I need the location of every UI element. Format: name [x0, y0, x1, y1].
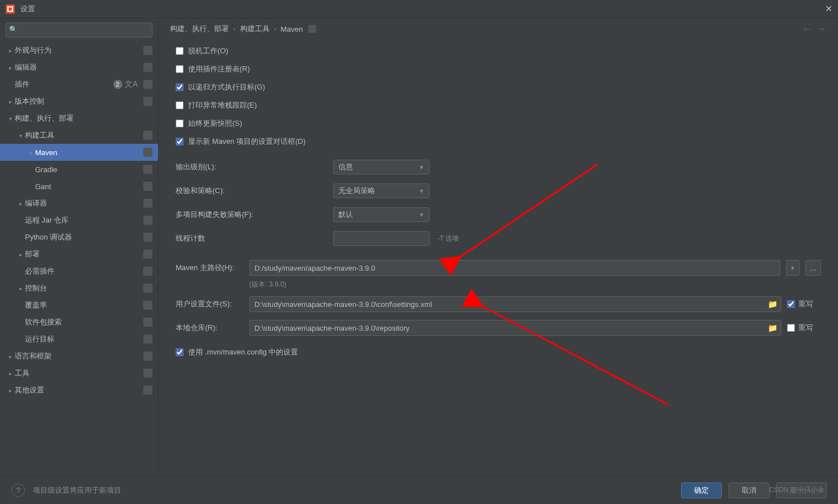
user-settings-value: D:\study\maven\apache-maven-3.9.0\conf\s…	[254, 300, 432, 309]
project-scope-icon	[143, 131, 152, 140]
sidebar-item[interactable]: 构建工具	[0, 127, 158, 144]
titlebar: 设置 ✕	[0, 0, 838, 18]
local-repo-override-checkbox[interactable]	[787, 324, 795, 332]
sidebar-item-label: 部署	[25, 249, 140, 259]
sidebar-item[interactable]: 部署	[0, 246, 158, 263]
tree-arrow-icon	[6, 116, 15, 122]
crumb-1[interactable]: 构建、执行、部署	[170, 24, 229, 34]
maven-home-browse-button[interactable]: …	[805, 260, 821, 276]
update-badge: 2	[113, 80, 122, 89]
sidebar-item[interactable]: 插件2文A	[0, 76, 158, 93]
sidebar-item[interactable]: 覆盖率	[0, 297, 158, 314]
multifail-select[interactable]: 默认▼	[333, 207, 429, 222]
sidebar-item-label: Gradle	[35, 165, 140, 174]
project-scope-icon	[308, 25, 316, 33]
sidebar-item[interactable]: Gradle	[0, 161, 158, 178]
cancel-button[interactable]: 取消	[729, 482, 769, 498]
folder-icon[interactable]: 📁	[768, 323, 777, 332]
tree-arrow-icon	[6, 65, 15, 71]
sidebar-item[interactable]: 其他设置	[0, 382, 158, 399]
sidebar-item[interactable]: 软件包搜索	[0, 314, 158, 331]
chevron-down-icon: ▼	[419, 188, 424, 194]
sidebar-item-label: 插件	[15, 79, 113, 89]
local-repo-value: D:\study\maven\apache-maven-3.9.0\reposi…	[254, 324, 410, 332]
sidebar-item[interactable]: 远程 Jar 仓库	[0, 212, 158, 229]
sidebar-item[interactable]: 版本控制	[0, 93, 158, 110]
sidebar-item[interactable]: 工具	[0, 365, 158, 382]
dialog-checkbox[interactable]	[176, 138, 184, 146]
tree-arrow-icon	[26, 150, 35, 156]
project-scope-icon	[143, 199, 152, 208]
sidebar-item[interactable]: 运行目标	[0, 331, 158, 348]
project-scope-icon	[143, 182, 152, 191]
crumb-2[interactable]: 构建工具	[240, 24, 270, 34]
snapshot-checkbox[interactable]	[176, 119, 184, 127]
recursive-label: 以递归方式执行目标(G)	[188, 82, 265, 92]
apply-button[interactable]: 应用(A)	[776, 482, 827, 498]
output-level-value: 信息	[338, 162, 353, 172]
stacktrace-checkbox[interactable]	[176, 101, 184, 109]
user-settings-input[interactable]: D:\study\maven\apache-maven-3.9.0\conf\s…	[249, 296, 781, 312]
project-scope-icon	[143, 233, 152, 242]
useconfig-checkbox[interactable]	[176, 348, 184, 356]
multifail-label: 多项目构建失败策略(F):	[176, 210, 333, 220]
plugin-registry-checkbox[interactable]	[176, 65, 184, 73]
sidebar-item[interactable]: 控制台	[0, 280, 158, 297]
folder-icon[interactable]: 📁	[768, 300, 777, 309]
user-settings-override-checkbox[interactable]	[787, 300, 795, 308]
maven-home-dropdown[interactable]: ▼	[786, 260, 799, 276]
project-scope-icon	[143, 335, 152, 344]
output-level-label: 输出级别(L):	[176, 162, 333, 172]
chevron-down-icon: ▼	[419, 212, 424, 218]
sidebar-item[interactable]: Maven	[0, 144, 158, 161]
sidebar-item-label: 构建、执行、部署	[15, 113, 152, 123]
offline-checkbox[interactable]	[176, 47, 184, 55]
checksum-select[interactable]: 无全局策略▼	[333, 183, 429, 198]
ok-button[interactable]: 确定	[681, 482, 722, 498]
sidebar-item[interactable]: 编辑器	[0, 59, 158, 76]
sidebar-item-label: 运行目标	[25, 334, 140, 344]
breadcrumb: 构建、执行、部署 › 构建工具 › Maven ← →	[159, 18, 838, 40]
tree-arrow-icon	[6, 353, 15, 360]
close-icon[interactable]: ✕	[825, 3, 832, 14]
sidebar-item-label: 控制台	[25, 283, 140, 293]
recursive-checkbox[interactable]	[176, 83, 184, 91]
chevron-down-icon: ▼	[419, 164, 424, 170]
sidebar-item-label: 必需插件	[25, 266, 140, 276]
snapshot-label: 始终更新快照(S)	[188, 118, 242, 129]
local-repo-override-label: 重写	[798, 323, 813, 333]
local-repo-input[interactable]: D:\study\maven\apache-maven-3.9.0\reposi…	[249, 320, 781, 336]
maven-home-input[interactable]: D:/study/maven/apache-maven-3.9.0	[249, 260, 780, 276]
search-input[interactable]	[6, 23, 152, 37]
project-scope-text: 项目级设置将应用于新项目	[33, 485, 121, 496]
checksum-value: 无全局策略	[338, 186, 375, 196]
settings-tree: 外观与行为编辑器插件2文A版本控制构建、执行、部署构建工具MavenGradle…	[0, 42, 158, 476]
sidebar-item[interactable]: 构建、执行、部署	[0, 110, 158, 127]
tree-arrow-icon	[16, 200, 25, 207]
plugin-registry-label: 使用插件注册表(R)	[188, 64, 250, 74]
project-scope-icon	[143, 352, 152, 361]
threads-input[interactable]	[333, 231, 429, 246]
help-icon[interactable]: ?	[11, 484, 25, 497]
tree-arrow-icon	[16, 285, 25, 292]
sidebar-item[interactable]: 编译器	[0, 195, 158, 212]
project-scope-icon	[143, 63, 152, 72]
maven-home-value: D:/study/maven/apache-maven-3.9.0	[254, 264, 375, 272]
sidebar-item-label: 软件包搜索	[25, 317, 140, 327]
footer: ? 项目级设置将应用于新项目 确定 取消 应用(A) CSDN @一只小余	[0, 476, 838, 504]
back-icon[interactable]: ←	[802, 23, 812, 35]
maven-form: 脱机工作(O) 使用插件注册表(R) 以递归方式执行目标(G) 打印异常堆栈跟踪…	[159, 40, 838, 476]
user-settings-label: 用户设置文件(S):	[176, 299, 244, 309]
threads-label: 线程计数	[176, 233, 333, 244]
forward-icon[interactable]: →	[816, 23, 827, 35]
sidebar-item[interactable]: Gant	[0, 178, 158, 195]
sidebar-item[interactable]: 语言和框架	[0, 348, 158, 365]
sidebar-item-label: 语言和框架	[15, 351, 140, 361]
sidebar-item[interactable]: Python 调试器	[0, 229, 158, 246]
output-level-select[interactable]: 信息▼	[333, 160, 429, 174]
sidebar-item-label: 编译器	[25, 198, 140, 208]
sidebar-item[interactable]: 外观与行为	[0, 42, 158, 59]
chevron-right-icon: ›	[274, 25, 277, 32]
sidebar-item[interactable]: 必需插件	[0, 263, 158, 280]
maven-home-label: Maven 主路径(H):	[176, 263, 244, 273]
